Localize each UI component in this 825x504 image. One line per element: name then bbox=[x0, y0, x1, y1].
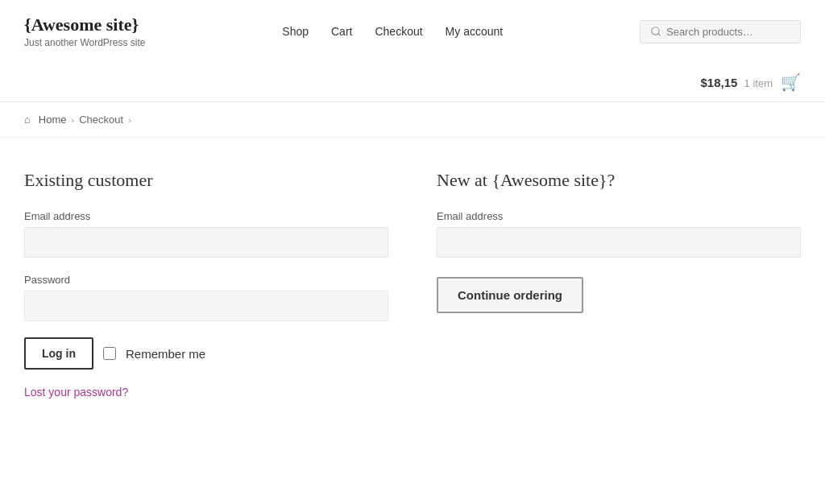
email-label: Email address bbox=[24, 210, 388, 222]
cart-total: $18,15 1 item bbox=[701, 76, 773, 89]
search-bar[interactable] bbox=[640, 20, 801, 43]
existing-customer-section: Existing customer Email address Password… bbox=[24, 170, 388, 399]
lost-password-link[interactable]: Lost your password? bbox=[24, 386, 388, 399]
password-label: Password bbox=[24, 274, 388, 286]
password-input[interactable] bbox=[24, 291, 388, 321]
login-button[interactable]: Log in bbox=[24, 337, 93, 370]
search-icon bbox=[650, 26, 661, 37]
breadcrumb-home[interactable]: Home bbox=[39, 114, 67, 126]
site-header: {Awesome site} Just another WordPress si… bbox=[0, 0, 825, 63]
cart-icon[interactable]: 🛒 bbox=[781, 72, 801, 92]
new-customer-section: New at {Awesome site}? Email address Con… bbox=[437, 170, 801, 399]
breadcrumb-sep-2: › bbox=[128, 115, 131, 125]
email-group: Email address bbox=[24, 210, 388, 258]
search-input[interactable] bbox=[666, 26, 790, 38]
cart-amount: $18,15 bbox=[701, 76, 738, 89]
new-email-input[interactable] bbox=[437, 227, 801, 258]
breadcrumb-sep-1: › bbox=[72, 115, 75, 125]
nav-cart[interactable]: Cart bbox=[331, 25, 352, 38]
site-title: {Awesome site} bbox=[24, 14, 146, 35]
home-icon: ⌂ bbox=[24, 114, 31, 126]
nav-checkout[interactable]: Checkout bbox=[375, 25, 422, 38]
breadcrumb-current: Checkout bbox=[79, 114, 123, 126]
nav-myaccount[interactable]: My account bbox=[446, 25, 504, 38]
password-group: Password bbox=[24, 274, 388, 321]
new-email-group: Email address bbox=[437, 210, 801, 258]
site-branding: {Awesome site} Just another WordPress si… bbox=[24, 14, 146, 48]
svg-line-1 bbox=[658, 34, 661, 36]
site-tagline: Just another WordPress site bbox=[24, 37, 146, 48]
new-email-label: Email address bbox=[437, 210, 801, 222]
breadcrumb: ⌂ Home › Checkout › bbox=[0, 102, 825, 138]
cart-items-count: 1 item bbox=[744, 77, 773, 89]
remember-row: Log in Remember me bbox=[24, 337, 388, 370]
existing-customer-title: Existing customer bbox=[24, 170, 388, 191]
remember-checkbox[interactable] bbox=[103, 347, 116, 360]
main-nav: Shop Cart Checkout My account bbox=[282, 25, 503, 38]
remember-label: Remember me bbox=[126, 347, 205, 361]
main-content: Existing customer Email address Password… bbox=[0, 138, 825, 431]
nav-shop[interactable]: Shop bbox=[282, 25, 309, 38]
continue-ordering-button[interactable]: Continue ordering bbox=[437, 277, 583, 313]
existing-email-input[interactable] bbox=[24, 227, 388, 258]
cart-bar: $18,15 1 item 🛒 bbox=[0, 63, 825, 102]
new-customer-title: New at {Awesome site}? bbox=[437, 170, 801, 191]
